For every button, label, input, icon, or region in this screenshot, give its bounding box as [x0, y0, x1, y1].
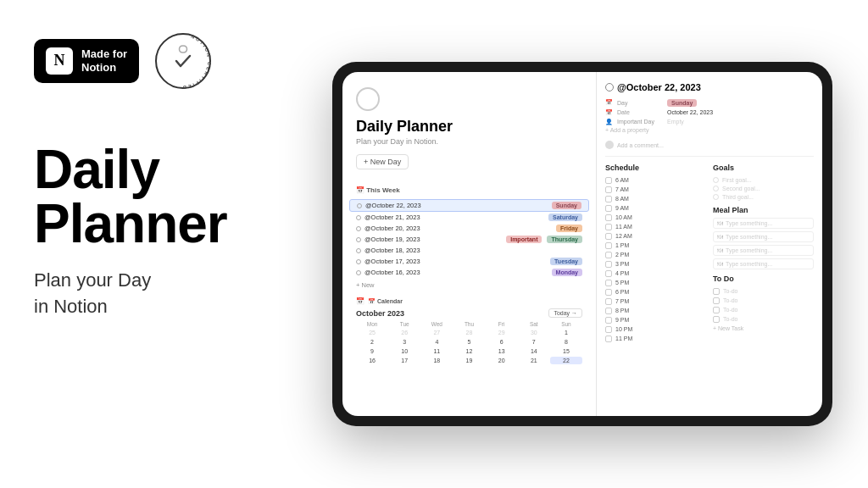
goal-radio[interactable]: [713, 186, 719, 191]
checkbox[interactable]: [605, 280, 612, 286]
certified-badge: NOTION CERTIFIED: [153, 30, 214, 92]
today-button[interactable]: Today →: [548, 308, 582, 318]
right-section: Daily Planner Plan your Day in Notion. +…: [314, 0, 868, 488]
cal-cell[interactable]: 13: [486, 347, 518, 355]
cal-cell[interactable]: 30: [518, 329, 550, 336]
checkbox[interactable]: [605, 298, 612, 305]
planner-row[interactable]: @October 16, 2023 Monday: [342, 267, 596, 278]
checkbox[interactable]: [605, 242, 612, 249]
new-task-link[interactable]: + New Task: [713, 325, 814, 331]
cal-cell[interactable]: 21: [518, 357, 550, 364]
todo-row: To-do: [713, 305, 814, 314]
add-property-link[interactable]: + Add a property: [605, 126, 814, 134]
cal-cell[interactable]: 18: [420, 357, 453, 364]
planner-row[interactable]: @October 19, 2023 Important Thursday: [342, 234, 596, 245]
checkbox[interactable]: [605, 177, 612, 184]
checkbox[interactable]: [605, 224, 612, 230]
meal-input[interactable]: 🍽Type something...: [713, 218, 814, 229]
cal-cell[interactable]: 16: [356, 357, 388, 364]
goal-radio[interactable]: [713, 177, 719, 183]
cal-day-wed: Wed: [420, 321, 453, 327]
cal-cell[interactable]: 5: [453, 338, 485, 346]
cal-cell[interactable]: 10: [388, 347, 420, 355]
cal-day-tue: Tue: [388, 321, 420, 327]
cal-cell[interactable]: 12: [453, 347, 485, 355]
cal-cell[interactable]: 8: [550, 338, 582, 346]
date-prop-label: Date: [617, 109, 664, 115]
planner-row[interactable]: @October 20, 2023 Friday: [342, 223, 596, 234]
new-day-button[interactable]: + New Day: [356, 154, 409, 169]
date-prop-icon: 📅: [605, 109, 614, 116]
checkbox[interactable]: [605, 270, 612, 277]
checkbox[interactable]: [605, 308, 612, 314]
new-link[interactable]: + New: [342, 280, 596, 291]
this-week-label: 📅 This Week: [342, 186, 596, 194]
checkbox[interactable]: [605, 336, 612, 342]
cal-cell[interactable]: 3: [388, 338, 420, 346]
cal-cell[interactable]: 20: [486, 357, 518, 364]
schedule-row: 9 PM: [605, 315, 706, 324]
checkbox[interactable]: [713, 288, 720, 295]
meal-input[interactable]: 🍽Type something...: [713, 231, 814, 242]
cal-cell[interactable]: 25: [356, 329, 388, 336]
cal-cell[interactable]: 14: [518, 347, 550, 355]
cal-cell[interactable]: 28: [453, 329, 485, 336]
checkbox[interactable]: [605, 252, 612, 258]
meal-input[interactable]: 🍽Type something...: [713, 245, 814, 256]
day-prop-label: Day: [617, 100, 664, 106]
add-comment[interactable]: Add a comment...: [605, 141, 814, 149]
cal-cell[interactable]: 4: [420, 338, 453, 346]
calendar-grid: Mon Tue Wed Thu Fri Sat Sun 25 26 27: [356, 321, 582, 364]
checkbox[interactable]: [605, 261, 612, 268]
important-prop-icon: 👤: [605, 119, 614, 125]
cal-cell[interactable]: 15: [550, 347, 582, 355]
cal-cell[interactable]: 1: [550, 329, 582, 336]
cal-cell[interactable]: 26: [388, 329, 420, 336]
planner-subtitle: Plan your Day in Notion.: [356, 137, 582, 146]
checkbox[interactable]: [713, 307, 720, 313]
checkbox[interactable]: [605, 326, 612, 333]
checkbox[interactable]: [605, 205, 612, 212]
goal-radio[interactable]: [713, 194, 719, 200]
friday-tag: Friday: [556, 225, 582, 232]
cal-cell[interactable]: 27: [420, 329, 453, 336]
cal-day-sat: Sat: [518, 321, 550, 327]
checkbox[interactable]: [713, 297, 720, 304]
checkbox[interactable]: [605, 196, 612, 202]
schedule-row: 6 PM: [605, 287, 706, 297]
planner-row-highlighted[interactable]: @October 22, 2023 Sunday: [349, 199, 589, 212]
cal-cell[interactable]: 29: [486, 329, 518, 336]
schedule-row: 10 AM: [605, 213, 706, 222]
planner-row[interactable]: @October 21, 2023 Saturday: [342, 212, 596, 223]
meal-input[interactable]: 🍽Type something...: [713, 258, 814, 269]
cal-cell[interactable]: 19: [453, 357, 485, 364]
schedule-row: 5 PM: [605, 278, 706, 287]
cal-cell[interactable]: 6: [486, 338, 518, 346]
cal-cell-22[interactable]: 22: [550, 357, 582, 364]
meal-title: Meal Plan: [713, 206, 814, 214]
checkbox[interactable]: [605, 186, 612, 193]
cal-cell[interactable]: 17: [388, 357, 420, 364]
planner-header: Daily Planner Plan your Day in Notion. +…: [342, 72, 596, 186]
day-prop-value: Sunday: [667, 99, 697, 107]
important-label: Important Day: [617, 119, 664, 125]
cal-week-3: 9 10 11 12 13 14 15: [356, 347, 582, 355]
row-text: @October 16, 2023: [364, 269, 548, 276]
cal-cell[interactable]: 9: [356, 347, 388, 355]
checkbox[interactable]: [605, 317, 612, 324]
cal-cell[interactable]: 11: [420, 347, 453, 355]
cal-cell[interactable]: 2: [356, 338, 388, 346]
planner-row[interactable]: @October 18, 2023: [342, 245, 596, 256]
cal-day-sun: Sun: [550, 321, 582, 327]
planner-row[interactable]: @October 17, 2023 Tuesday: [342, 256, 596, 267]
cal-cell[interactable]: 7: [518, 338, 550, 346]
row-text: @October 19, 2023: [364, 236, 503, 243]
checkbox[interactable]: [605, 233, 612, 240]
checkbox[interactable]: [605, 289, 612, 296]
row-text: @October 17, 2023: [364, 258, 547, 265]
sunday-tag: Sunday: [552, 202, 581, 209]
checkbox[interactable]: [713, 316, 720, 323]
cal-day-thu: Thu: [453, 321, 485, 327]
checkbox[interactable]: [605, 214, 612, 221]
made-for-notion-text: Made forNotion: [81, 47, 127, 74]
